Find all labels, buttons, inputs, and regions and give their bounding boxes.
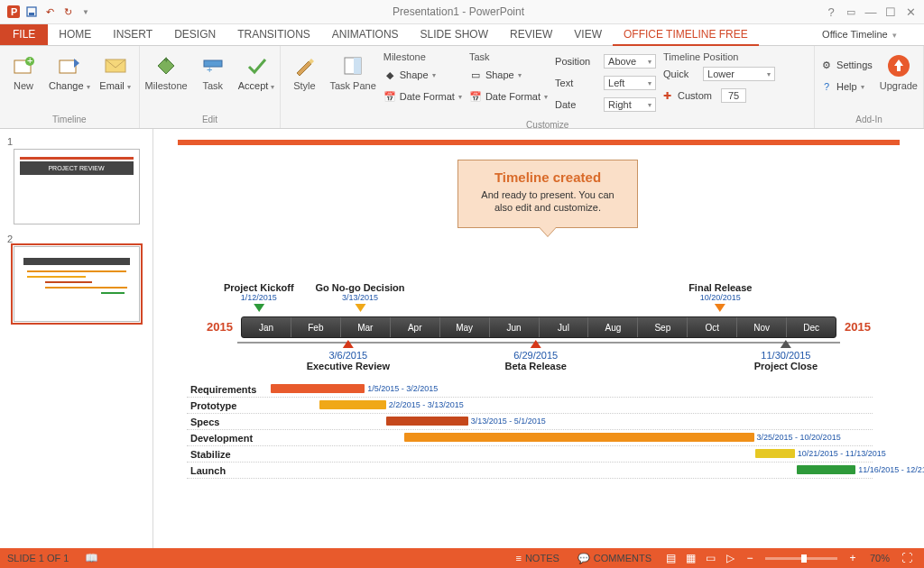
office-timeline-link[interactable]: Office Timeline ▾: [811, 24, 924, 45]
month-may: May: [440, 317, 490, 337]
file-tab[interactable]: FILE: [0, 24, 48, 45]
comments-button[interactable]: 💬 COMMENTS: [568, 553, 661, 564]
ribbon-group-edit: +Milestone +Task Accept ▾ Edit: [140, 46, 282, 128]
accent-bar: [178, 140, 900, 145]
svg-text:+: +: [27, 55, 32, 66]
reading-view-icon[interactable]: ▭: [700, 552, 720, 564]
quick-dropdown[interactable]: Lower▾: [703, 67, 775, 81]
slide-number-1: 1: [7, 136, 145, 147]
window-title: Presentation1 - PowerPoint: [99, 5, 818, 18]
gantt-chart: Requirements1/5/2015 - 3/2/2015Prototype…: [187, 381, 873, 479]
milestone-final-release: Final Release10/20/2015: [688, 282, 752, 312]
task-dateformat-dropdown[interactable]: 📅Date Format ▾: [469, 87, 548, 106]
milestone-project-kickoff: Project Kickoff1/12/2015: [224, 282, 294, 312]
minimize-icon[interactable]: —: [863, 4, 879, 20]
window-controls: ? ▭ — ☐ ✕: [818, 4, 924, 20]
slide-number-2: 2: [7, 234, 145, 244]
position-dropdown[interactable]: Above▾: [604, 54, 656, 69]
timeline-band: JanFebMarAprMayJunJulAugSepOctNovDec: [241, 316, 836, 338]
tab-office-timeline-free[interactable]: OFFICE TIMELINE FREE: [613, 24, 759, 46]
task-row-launch: Launch11/16/2015 - 12/21/2015: [187, 463, 873, 479]
tab-home[interactable]: HOME: [48, 24, 102, 45]
ribbon-group-addin: ⚙Settings ?Help ▾ Upgrade Add-In: [815, 46, 924, 128]
year-left: 2015: [207, 320, 233, 334]
close-icon[interactable]: ✕: [902, 4, 919, 20]
upgrade-button[interactable]: Upgrade: [880, 50, 918, 91]
month-nov: Nov: [737, 317, 787, 337]
ribbon-tabs: FILE HOMEINSERTDESIGNTRANSITIONSANIMATIO…: [0, 24, 924, 46]
slide-thumbnail-1[interactable]: PROJECT REVIEW: [14, 149, 140, 224]
tab-insert[interactable]: INSERT: [102, 24, 163, 45]
milestone-shape-dropdown[interactable]: ◆Shape ▾: [383, 65, 462, 85]
help-link[interactable]: ?Help ▾: [820, 77, 873, 96]
zoom-out-icon[interactable]: −: [740, 552, 760, 564]
milestone-button[interactable]: +Milestone: [145, 50, 188, 91]
month-feb: Feb: [291, 317, 341, 337]
milestone-go-no-go-decision: Go No-go Decision3/13/2015: [316, 282, 405, 312]
work-area: 1 PROJECT REVIEW 2 Timeline created And …: [0, 129, 924, 548]
svg-rect-13: [354, 58, 361, 74]
qat-dropdown-icon[interactable]: ▼: [78, 4, 94, 20]
slide-counter: SLIDE 1 OF 1: [7, 553, 69, 563]
timeline-created-tooltip: Timeline created And ready to present. Y…: [457, 160, 638, 228]
ribbon-group-timeline: +New Change ▾ Email ▾ Timeline: [0, 46, 140, 128]
task-shape-dropdown[interactable]: ▭Shape ▾: [469, 65, 548, 85]
accept-button[interactable]: Accept ▾: [238, 50, 275, 92]
tab-review[interactable]: REVIEW: [499, 24, 563, 45]
help-icon[interactable]: ?: [823, 4, 839, 20]
zoom-slider[interactable]: [765, 557, 837, 560]
svg-text:P: P: [11, 6, 17, 17]
slide-thumbnail-2[interactable]: [14, 246, 140, 322]
tab-slide-show[interactable]: SLIDE SHOW: [410, 24, 499, 45]
custom-input[interactable]: 75: [721, 88, 746, 103]
notes-button[interactable]: ≡ NOTES: [507, 553, 568, 563]
month-jul: Jul: [540, 317, 589, 337]
slideshow-view-icon[interactable]: ▷: [720, 552, 740, 564]
sorter-view-icon[interactable]: ▦: [680, 552, 700, 564]
slide-canvas[interactable]: Timeline created And ready to present. Y…: [178, 140, 900, 545]
month-sep: Sep: [638, 317, 688, 337]
milestone-dateformat-dropdown[interactable]: 📅Date Format ▾: [383, 87, 462, 106]
change-button[interactable]: Change ▾: [49, 50, 90, 92]
fit-to-window-icon[interactable]: ⛶: [897, 552, 917, 564]
task-pane-button[interactable]: Task Pane: [329, 50, 375, 91]
task-button[interactable]: +Task: [195, 50, 231, 91]
style-button[interactable]: Style: [286, 50, 322, 91]
spell-check-icon[interactable]: 📖: [81, 552, 101, 564]
task-row-development: Development3/25/2015 - 10/20/2015: [187, 430, 873, 446]
month-apr: Apr: [391, 317, 440, 337]
maximize-icon[interactable]: ☐: [882, 4, 899, 20]
milestone-executive-review: 3/6/2015Executive Review: [307, 340, 390, 371]
milestone-beta-release: 6/29/2015Beta Release: [504, 340, 567, 371]
date-dropdown[interactable]: Right▾: [604, 97, 656, 112]
tab-animations[interactable]: ANIMATIONS: [321, 24, 410, 45]
undo-icon[interactable]: ↶: [42, 4, 58, 20]
tab-view[interactable]: VIEW: [563, 24, 613, 45]
month-jan: Jan: [242, 317, 291, 337]
ribbon-options-icon[interactable]: ▭: [843, 4, 859, 20]
slide-thumbnail-pane[interactable]: 1 PROJECT REVIEW 2: [0, 129, 153, 548]
task-row-prototype: Prototype2/2/2015 - 3/13/2015: [187, 398, 873, 414]
month-dec: Dec: [787, 317, 836, 337]
settings-link[interactable]: ⚙Settings: [820, 55, 873, 75]
month-mar: Mar: [341, 317, 391, 337]
zoom-in-icon[interactable]: +: [843, 552, 863, 564]
save-icon[interactable]: [23, 4, 40, 20]
ribbon: +New Change ▾ Email ▾ Timeline +Mileston…: [0, 46, 924, 129]
text-dropdown[interactable]: Left▾: [604, 76, 656, 90]
tab-transitions[interactable]: TRANSITIONS: [226, 24, 321, 45]
redo-icon[interactable]: ↻: [60, 4, 76, 20]
new-button[interactable]: +New: [5, 50, 42, 91]
email-button[interactable]: Email ▾: [97, 50, 134, 92]
task-row-specs: Specs3/13/2015 - 5/1/2015: [187, 414, 873, 430]
slide-canvas-wrap: Timeline created And ready to present. Y…: [153, 129, 924, 548]
month-oct: Oct: [688, 317, 737, 337]
normal-view-icon[interactable]: ▤: [661, 552, 680, 564]
task-row-stabilize: Stabilize10/21/2015 - 11/13/2015: [187, 446, 873, 463]
milestone-project-close: 11/30/2015Project Close: [754, 340, 818, 371]
svg-text:+: +: [163, 56, 169, 65]
svg-rect-3: [29, 13, 34, 15]
tab-design[interactable]: DESIGN: [163, 24, 226, 45]
svg-rect-7: [60, 60, 76, 73]
task-row-requirements: Requirements1/5/2015 - 3/2/2015: [187, 381, 873, 398]
